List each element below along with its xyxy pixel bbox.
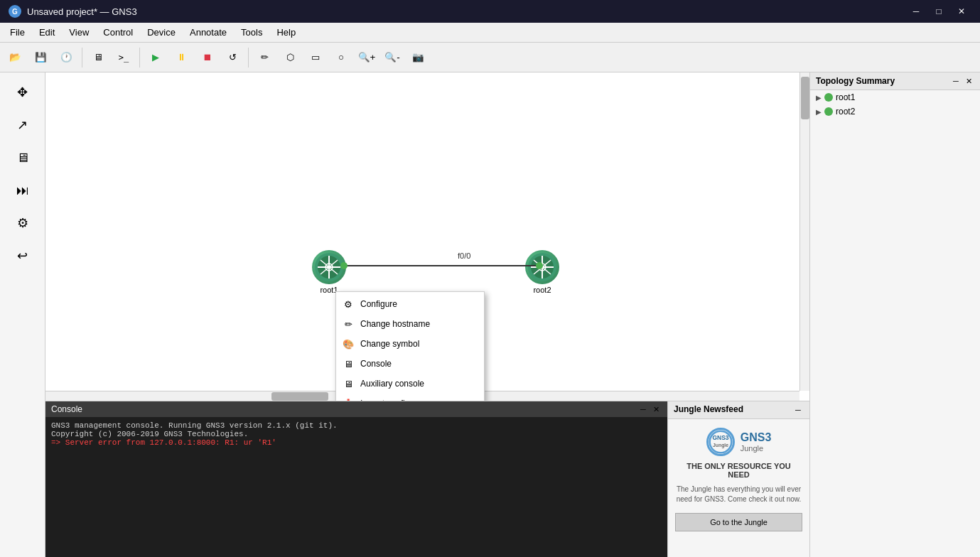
open-button[interactable]: 📂 [3, 45, 27, 70]
screenshot-button[interactable]: 📷 [406, 45, 430, 70]
minimize-button[interactable]: ─ [906, 4, 926, 18]
save-button[interactable]: 💾 [28, 45, 53, 70]
edit-button[interactable]: ✏ [252, 45, 276, 70]
context-menu: ⚙Configure✏Change hostname🎨Change symbol… [335, 291, 485, 401]
topology-controls: ─ ✕ [950, 75, 974, 87]
menu-item-file[interactable]: File [3, 24, 32, 40]
pointer-tool[interactable]: ↗ [9, 111, 37, 139]
gns3-logo: GNS3 Jungle GNS3 Jungle [706, 428, 772, 456]
console-content: GNS3 management console. Running GNS3 ve… [45, 417, 667, 557]
jungle-tagline: THE ONLY RESOURCE YOU NEED [675, 462, 802, 479]
ctx-label-auxiliary-console: Auxiliary console [360, 379, 424, 389]
jungle-minimize-button[interactable]: ─ [792, 404, 804, 416]
gns3-logo-text: GNS3 Jungle [741, 431, 772, 453]
main-layout: ✥↗🖥⏭⚙↩ root1 [0, 72, 980, 557]
svg-text:G: G [12, 8, 18, 16]
menu-item-control[interactable]: Control [96, 24, 140, 40]
topology-title: Topology Summary [816, 76, 895, 86]
horizontal-scrollbar-thumb[interactable] [271, 392, 328, 401]
start-all-button[interactable]: ▶ [144, 45, 168, 70]
stop-all-button[interactable]: ⏹ [195, 45, 219, 70]
ctx-label-console: Console [360, 359, 392, 369]
console-icon: 🖥 [342, 357, 355, 370]
menu-item-annotate[interactable]: Annotate [183, 24, 234, 40]
console-error-line: => Server error from 127.0.0.1:8000: R1:… [51, 438, 662, 447]
ctx-label-change-symbol: Change symbol [360, 339, 419, 349]
zoom-in-button[interactable]: 🔍+ [355, 45, 379, 70]
link-label: f0/0 [458, 252, 470, 260]
import-config-icon: 📥 [342, 397, 355, 401]
maximize-button[interactable]: □ [929, 4, 949, 18]
ctx-label-change-hostname: Change hostname [360, 319, 430, 329]
snapshot-button[interactable]: 🕐 [54, 45, 78, 70]
titlebar-left: G Unsaved project* — GNS3 [9, 5, 137, 18]
right-panel: Topology Summary ─ ✕ ▶ root1 ▶ root2 [809, 72, 980, 557]
menu-item-help[interactable]: Help [269, 24, 303, 40]
left-sidebar: ✥↗🖥⏭⚙↩ [0, 72, 45, 557]
tree-arrow: ▶ [816, 108, 822, 116]
content-area: root1 root2 [45, 72, 809, 557]
bottom-section: Console ─ ✕ GNS3 management console. Run… [45, 401, 809, 557]
jungle-description: The Jungle has everything you will ever … [675, 485, 802, 504]
tree-label: root1 [836, 92, 855, 102]
topology-minimize-button[interactable]: ─ [950, 75, 962, 87]
rectangle-button[interactable]: ▭ [303, 45, 328, 70]
configure-icon: ⚙ [342, 298, 355, 310]
reload-all-button[interactable]: ↺ [220, 45, 244, 70]
vertical-scrollbar[interactable] [799, 72, 809, 391]
ctx-configure[interactable]: ⚙Configure [336, 294, 484, 314]
console-controls: ─ ✕ [637, 404, 662, 415]
jungle-header: Jungle Newsfeed ─ [668, 401, 809, 419]
tree-item-root1[interactable]: ▶ root1 [810, 90, 980, 104]
canvas-area[interactable]: root1 root2 [45, 72, 809, 401]
ctx-change-symbol[interactable]: 🎨Change symbol [336, 334, 484, 354]
console-all-button[interactable]: >_ [112, 45, 136, 70]
ctx-label-import-config: Import config [360, 399, 409, 401]
app-icon: G [9, 5, 21, 18]
router-root1[interactable]: root1 [312, 250, 346, 294]
ctx-auxiliary-console[interactable]: 🖥Auxiliary console [336, 374, 484, 394]
router-icon-root2 [525, 250, 559, 284]
console-line: Copyright (c) 2006-2019 GNS3 Technologie… [51, 430, 662, 438]
move-scene-tool[interactable]: ✥ [9, 78, 37, 107]
menu-item-device[interactable]: Device [140, 24, 183, 40]
tree-status-dot [824, 107, 833, 116]
window-controls: ─ □ ✕ [906, 4, 971, 18]
back-tool[interactable]: ↩ [9, 242, 37, 270]
titlebar: G Unsaved project* — GNS3 ─ □ ✕ [0, 0, 980, 23]
menu-item-view[interactable]: View [62, 24, 96, 40]
config-tool[interactable]: ⚙ [9, 209, 37, 237]
toolbar-separator [139, 48, 140, 67]
gns3-logo-circle: GNS3 Jungle [706, 428, 735, 456]
router-root2[interactable]: root2 [525, 250, 559, 294]
ctx-import-config[interactable]: 📥Import config [336, 394, 484, 401]
topology-header: Topology Summary ─ ✕ [810, 72, 980, 90]
topology-close-button[interactable]: ✕ [963, 75, 974, 87]
toolbar-separator [82, 48, 82, 67]
menu-item-edit[interactable]: Edit [32, 24, 62, 40]
console-header: Console ─ ✕ [45, 401, 667, 417]
next-tool[interactable]: ⏭ [9, 176, 37, 205]
tree-status-dot [824, 93, 833, 102]
circle-button[interactable]: ○ [329, 45, 353, 70]
ctx-console[interactable]: 🖥Console [336, 354, 484, 374]
menu-item-tools[interactable]: Tools [234, 24, 269, 40]
console-line: GNS3 management console. Running GNS3 ve… [51, 421, 662, 430]
console-panel: Console ─ ✕ GNS3 management console. Run… [45, 401, 667, 557]
ellipse-button[interactable]: ⬡ [278, 45, 302, 70]
pause-all-button[interactable]: ⏸ [169, 45, 193, 70]
tree-item-root2[interactable]: ▶ root2 [810, 104, 980, 119]
topology-tree: ▶ root1 ▶ root2 [810, 90, 980, 119]
ctx-change-hostname[interactable]: ✏Change hostname [336, 314, 484, 334]
window-title: Unsaved project* — GNS3 [27, 6, 137, 17]
device-browser-button[interactable]: 🖥 [86, 45, 110, 70]
console-close-button[interactable]: ✕ [650, 404, 662, 415]
tree-arrow: ▶ [816, 94, 822, 102]
go-to-jungle-button[interactable]: Go to the Jungle [675, 513, 802, 531]
close-button[interactable]: ✕ [952, 4, 971, 18]
change-hostname-icon: ✏ [342, 318, 355, 330]
vertical-scrollbar-thumb[interactable] [801, 77, 809, 119]
console-minimize-button[interactable]: ─ [637, 404, 649, 415]
device-tool[interactable]: 🖥 [9, 144, 37, 172]
zoom-out-button[interactable]: 🔍- [380, 45, 404, 70]
